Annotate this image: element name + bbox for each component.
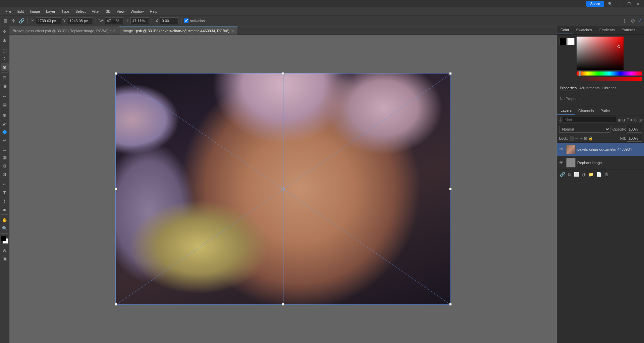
layer-fx-icon[interactable]: fx — [567, 171, 572, 178]
angle-input[interactable] — [160, 17, 178, 24]
handle-top-center[interactable] — [282, 72, 284, 75]
menu-window[interactable]: Window — [128, 9, 146, 14]
layer-item-replace[interactable]: 👁 Replace image — [557, 156, 644, 169]
eraser-tool[interactable]: ◻ — [1, 145, 9, 153]
menu-3d[interactable]: 3D — [103, 9, 113, 14]
tab-properties[interactable]: Properties — [560, 85, 577, 91]
menu-file[interactable]: File — [3, 9, 14, 14]
close-button[interactable]: ✕ — [635, 1, 641, 6]
layer-delete-icon[interactable]: 🗑 — [604, 171, 609, 178]
menu-view[interactable]: View — [114, 9, 127, 14]
tab-broken-glass-close[interactable]: ✕ — [113, 29, 116, 33]
minimize-button[interactable]: — — [616, 1, 624, 6]
hand-tool[interactable]: ✋ — [1, 216, 9, 224]
pen-tool[interactable]: ✏ — [1, 180, 9, 188]
blur-tool[interactable]: ◍ — [1, 161, 9, 169]
shape-tool[interactable]: ■ — [1, 205, 9, 213]
handle-bottom-right[interactable] — [449, 303, 452, 306]
transform-center-point[interactable] — [281, 187, 285, 191]
type-tool[interactable]: T — [1, 189, 9, 197]
move-tool[interactable]: ✛ — [1, 28, 9, 36]
foreground-color-preview[interactable] — [559, 38, 567, 45]
tab-patterns[interactable]: Patterns — [618, 26, 639, 34]
fill-input[interactable] — [627, 135, 642, 142]
tab-channels[interactable]: Channels — [575, 107, 597, 115]
tab-swatches[interactable]: Swatches — [573, 26, 595, 34]
menu-filter[interactable]: Filter — [89, 9, 102, 14]
h-input[interactable] — [130, 17, 149, 24]
opacity-input[interactable] — [627, 126, 642, 133]
tab-color[interactable]: Color — [557, 26, 573, 34]
marquee-tool[interactable]: ⬚ — [1, 46, 9, 54]
restore-button[interactable]: ❐ — [626, 1, 633, 6]
tab-libraries[interactable]: Libraries — [602, 85, 616, 91]
handle-bottom-center[interactable] — [282, 303, 284, 306]
foreground-color-swatch[interactable] — [1, 236, 6, 241]
share-button[interactable]: Share — [586, 1, 604, 7]
layer-mask-icon[interactable]: ⬜ — [573, 171, 580, 178]
tab-broken-glass[interactable]: Broken glass effect.psd @ 33.3% (Replace… — [9, 27, 119, 35]
dodge-tool[interactable]: ◑ — [1, 170, 9, 178]
eyedropper-tool[interactable]: ✒ — [1, 92, 9, 100]
tab-gradients[interactable]: Gradients — [595, 26, 618, 34]
screen-mode-toggle[interactable]: ▣ — [1, 255, 9, 263]
filter-type-icon[interactable]: T — [627, 118, 629, 122]
tab-paths[interactable]: Paths — [597, 107, 613, 115]
quick-select-tool[interactable]: ⊙ — [1, 63, 9, 71]
search-icon-top[interactable]: 🔍 — [606, 1, 614, 6]
layer-adjustment-icon[interactable]: ◑ — [581, 171, 586, 178]
frame-tool[interactable]: ▣ — [1, 82, 9, 90]
color-gradient-picker[interactable] — [577, 37, 624, 70]
tab-layers[interactable]: Layers — [557, 106, 575, 115]
handle-top-left[interactable] — [114, 72, 117, 75]
lock-all-icon[interactable]: 🔒 — [588, 136, 593, 141]
opacity-slider[interactable] — [577, 77, 642, 81]
brush-tool[interactable]: 🖌 — [1, 119, 9, 128]
handle-mid-left[interactable] — [114, 188, 117, 190]
lasso-tool[interactable]: ⌇ — [1, 55, 9, 63]
menu-select[interactable]: Select — [73, 9, 89, 14]
w-input[interactable] — [105, 17, 123, 24]
cancel-transform-icon[interactable]: ⊘ — [631, 17, 635, 24]
handle-mid-right[interactable] — [449, 188, 452, 190]
artboard-tool[interactable]: ⊞ — [1, 36, 9, 44]
layer-group-icon[interactable]: 📁 — [588, 171, 594, 178]
hue-slider[interactable] — [577, 71, 642, 76]
lock-artboard-icon[interactable]: ⊡ — [584, 136, 587, 141]
y-input[interactable] — [68, 17, 93, 24]
ruler-tool[interactable]: ▤ — [1, 101, 9, 109]
gradient-tool[interactable]: ▦ — [1, 153, 9, 161]
filter-shape-icon[interactable]: ■ — [630, 118, 633, 122]
lock-position-icon[interactable]: ✛ — [580, 136, 583, 141]
history-brush-tool[interactable]: ↩ — [1, 136, 9, 144]
lock-transparent-icon[interactable]: ⬛ — [569, 136, 574, 141]
layer-item-portrait[interactable]: 👁 pexels-cihan-oğuzmetin-4463934 — [557, 143, 644, 156]
layer-visibility-portrait[interactable]: 👁 — [559, 147, 565, 152]
stamp-tool[interactable]: 🔷 — [1, 128, 9, 136]
blend-mode-select[interactable]: Normal — [559, 126, 610, 133]
layer-link-icon[interactable]: 🔗 — [559, 171, 566, 178]
transform-tool-icon[interactable]: ⊠ — [2, 17, 9, 24]
warp-icon[interactable]: ⊹ — [621, 17, 628, 24]
anti-alias-checkbox[interactable] — [184, 18, 189, 23]
menu-layer[interactable]: Layer — [43, 9, 58, 14]
handle-top-right[interactable] — [449, 72, 452, 75]
tab-image1-close[interactable]: ✕ — [231, 29, 234, 33]
menu-help[interactable]: Help — [147, 9, 160, 14]
filter-toggle-icon[interactable]: ◎ — [639, 118, 642, 122]
canvas-wrapper[interactable] — [9, 35, 557, 343]
filter-pixel-icon[interactable]: ▣ — [618, 118, 621, 122]
tab-image1[interactable]: Image1.psb @ 33.3% (pexels-cihan-oğuzmet… — [119, 27, 238, 35]
filter-adjustment-icon[interactable]: ◑ — [622, 118, 626, 122]
menu-image[interactable]: Image — [27, 9, 43, 14]
layer-new-icon[interactable]: 📄 — [596, 171, 602, 178]
healing-brush-tool[interactable]: ⊕ — [1, 111, 9, 119]
menu-edit[interactable]: Edit — [15, 9, 26, 14]
crop-tool[interactable]: ⊡ — [1, 74, 9, 82]
layer-visibility-replace[interactable]: 👁 — [559, 160, 565, 165]
quick-mask-toggle[interactable]: ⊙ — [1, 246, 9, 254]
share-button-top[interactable]: Share — [586, 1, 604, 7]
handle-bottom-left[interactable] — [114, 303, 117, 306]
menu-type[interactable]: Type — [59, 9, 72, 14]
filter-smartobject-icon[interactable]: ⬡ — [634, 118, 637, 122]
